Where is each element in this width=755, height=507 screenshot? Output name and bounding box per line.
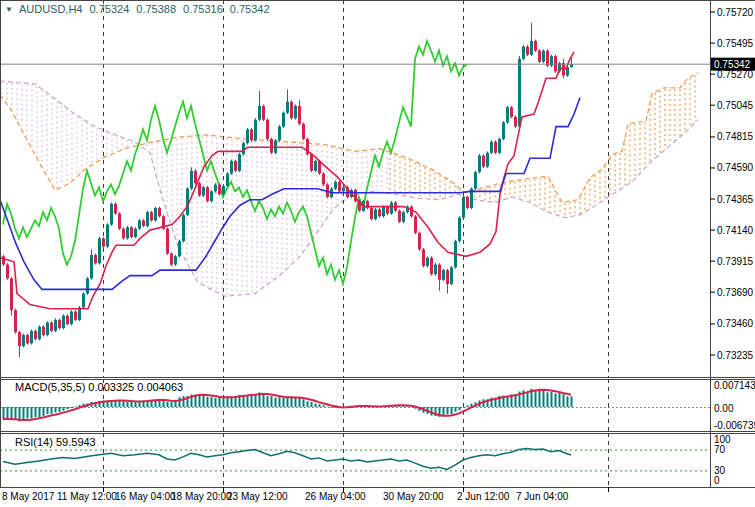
candle-bearish bbox=[114, 204, 117, 214]
candle-bearish bbox=[386, 207, 389, 214]
rsi-line bbox=[3, 449, 571, 470]
candle-bearish bbox=[42, 327, 45, 335]
candle-bearish bbox=[150, 212, 153, 220]
candle-bullish bbox=[486, 153, 489, 167]
kijun-sen-line bbox=[0, 98, 580, 290]
candle-bullish bbox=[450, 267, 453, 284]
time-axis-label: 23 May 12:00 bbox=[227, 491, 288, 502]
candle-bullish bbox=[178, 241, 181, 256]
candle-bullish bbox=[294, 106, 297, 118]
candle-bearish bbox=[66, 316, 69, 324]
rsi-panel[interactable] bbox=[0, 433, 710, 487]
price-axis[interactable]: 0.757200.754950.752700.750450.748150.745… bbox=[710, 7, 755, 487]
rsi-indicator-label: RSI(14) 59.5943 bbox=[15, 436, 96, 448]
candle-bullish bbox=[190, 171, 193, 189]
candle-bullish bbox=[258, 106, 261, 120]
candle-bearish bbox=[74, 312, 77, 320]
candle-bearish bbox=[298, 106, 301, 124]
rsi-name: RSI(14) bbox=[15, 436, 53, 448]
price-axis-label: 0.74815 bbox=[717, 131, 754, 142]
time-axis-label: 8 May 2017 bbox=[2, 491, 55, 502]
candle-bearish bbox=[270, 139, 273, 153]
candle-bullish bbox=[238, 154, 241, 171]
chart-canvas[interactable]: 0.757200.754950.752700.750450.748150.745… bbox=[0, 0, 755, 507]
candle-bullish bbox=[530, 41, 533, 55]
candle-bullish bbox=[230, 161, 233, 173]
macd-indicator-label: MACD(5,35,5) 0.003325 0.004063 bbox=[15, 381, 183, 393]
candle-bullish bbox=[334, 182, 337, 189]
candle-bullish bbox=[390, 202, 393, 213]
time-axis-label: 2 Jun 12:00 bbox=[457, 491, 510, 502]
time-axis-label: 30 May 20:00 bbox=[383, 491, 444, 502]
candle-bullish bbox=[254, 120, 257, 141]
macd-axis-label: 0.00 bbox=[714, 403, 734, 414]
low-value: 0.75316 bbox=[183, 3, 223, 15]
candle-bullish bbox=[46, 323, 49, 335]
candle-bearish bbox=[398, 211, 401, 222]
candle-bearish bbox=[58, 320, 61, 328]
candle-bearish bbox=[166, 229, 169, 254]
candle-bearish bbox=[338, 182, 341, 192]
main-price-panel[interactable] bbox=[0, 0, 698, 377]
candle-bullish bbox=[222, 186, 225, 194]
candle-bearish bbox=[370, 208, 373, 219]
candle-bullish bbox=[522, 47, 525, 59]
candle-bullish bbox=[146, 212, 149, 226]
candle-bearish bbox=[538, 51, 541, 62]
candle-bearish bbox=[310, 154, 313, 171]
candle-bullish bbox=[478, 156, 481, 173]
candle-bullish bbox=[426, 258, 429, 266]
candle-bearish bbox=[18, 332, 21, 346]
candle-bearish bbox=[130, 227, 133, 237]
rsi-value: 59.5943 bbox=[56, 436, 96, 448]
candle-bearish bbox=[262, 106, 265, 120]
time-axis-label: 11 May 12:00 bbox=[57, 491, 117, 502]
candle-bullish bbox=[62, 316, 65, 328]
candle-bearish bbox=[234, 161, 237, 171]
symbol-timeframe-label: AUDUSD,H4 bbox=[19, 3, 83, 15]
macd-main-value: 0.003325 bbox=[88, 381, 134, 393]
candle-bullish bbox=[506, 107, 509, 122]
candle-bullish bbox=[22, 335, 25, 346]
candle-bullish bbox=[154, 208, 157, 220]
candle-bullish bbox=[214, 185, 217, 192]
candle-bearish bbox=[534, 41, 537, 51]
senkou-span-a-line bbox=[0, 73, 698, 203]
candle-bullish bbox=[38, 327, 41, 339]
candle-bullish bbox=[286, 102, 289, 113]
candle-bearish bbox=[302, 124, 305, 139]
candle-bearish bbox=[266, 120, 269, 139]
macd-axis-label: 0.007143 bbox=[714, 380, 755, 391]
candle-bearish bbox=[50, 323, 53, 331]
time-axis-label: 26 May 04:00 bbox=[305, 491, 366, 502]
candle-bullish bbox=[518, 59, 521, 127]
candle-bearish bbox=[198, 183, 201, 195]
price-axis-label: 0.75720 bbox=[717, 7, 754, 18]
candle-bearish bbox=[34, 331, 37, 339]
candle-bullish bbox=[202, 187, 205, 195]
candle-bullish bbox=[246, 129, 249, 143]
symbol-dropdown-icon[interactable]: ▼ bbox=[5, 5, 13, 14]
rsi-axis-label: 70 bbox=[714, 444, 726, 455]
candle-bearish bbox=[26, 335, 29, 343]
candle-bullish bbox=[70, 312, 73, 324]
candle-bullish bbox=[86, 278, 89, 293]
time-axis[interactable]: 8 May 201711 May 12:0016 May 04:0018 May… bbox=[2, 487, 609, 502]
candle-bullish bbox=[374, 209, 377, 219]
candle-bullish bbox=[442, 270, 445, 280]
candle-bullish bbox=[278, 127, 281, 141]
candle-bullish bbox=[462, 197, 465, 218]
candle-bullish bbox=[90, 255, 93, 278]
macd-signal-value: 0.004063 bbox=[137, 381, 183, 393]
price-axis-label: 0.75045 bbox=[717, 100, 754, 111]
price-axis-label: 0.73915 bbox=[717, 256, 754, 267]
candle-bearish bbox=[158, 208, 161, 216]
candle-bullish bbox=[402, 212, 405, 222]
candle-bullish bbox=[458, 218, 461, 241]
candle-bearish bbox=[250, 129, 253, 140]
candle-bearish bbox=[466, 197, 469, 208]
candle-bearish bbox=[102, 238, 105, 246]
candle-bullish bbox=[502, 122, 505, 139]
candle-bearish bbox=[494, 142, 497, 153]
candle-bearish bbox=[10, 278, 13, 310]
